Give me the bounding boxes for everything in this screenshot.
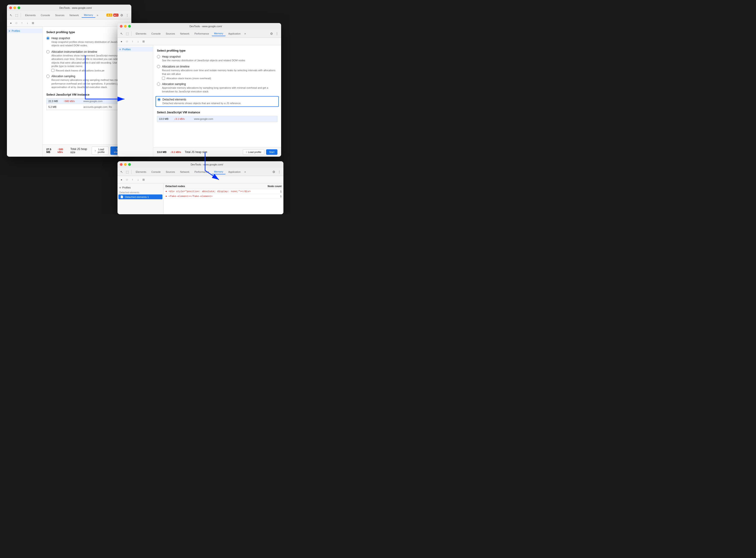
sidebar-2: ≡ Profiles (118, 45, 153, 157)
layers-icon-3[interactable]: ⊞ (142, 178, 146, 182)
radio-sampling-input-2[interactable] (157, 82, 160, 86)
vm-speed-2-1: ↓3.1 kB/s (174, 118, 190, 120)
more-tabs-icon-2[interactable]: » (243, 31, 247, 36)
stop-icon-3[interactable]: ⊘ (125, 178, 129, 182)
profiling-type-title-1: Select profiling type (46, 30, 128, 34)
tab-bar-2: Elements Console Sources Network Perform… (133, 31, 268, 36)
tab-elements-1[interactable]: Elements (23, 13, 38, 18)
radio-sampling-input-1[interactable] (46, 75, 50, 78)
inspect-icon-3[interactable]: ⬚ (125, 170, 129, 174)
inspect-icon-2[interactable]: ⬚ (125, 31, 129, 36)
node-code-2: ● <fake-element></fake-element> (166, 195, 213, 198)
alloc-stack-checkbox-2[interactable] (162, 77, 165, 80)
more-tabs-icon-1[interactable]: » (96, 13, 99, 17)
download-icon-3[interactable]: ↓ (136, 178, 140, 182)
tab-network-1[interactable]: Network (67, 13, 81, 18)
close-button-3[interactable] (120, 163, 123, 166)
layers-icon-2[interactable]: ⊞ (142, 40, 146, 44)
minimize-button-2[interactable] (124, 25, 127, 28)
tab-network-3[interactable]: Network (178, 170, 192, 174)
radio-allocations-timeline-2[interactable]: Allocations on timeline Record memory al… (157, 65, 277, 80)
sidebar-3: ≡ Profiles Detached elements 📄 Detached … (118, 183, 163, 214)
tab-memory-2[interactable]: Memory (212, 31, 226, 36)
sidebar-item-profiles-3[interactable]: ≡ Profiles (118, 185, 163, 190)
settings-icon-2[interactable] (269, 31, 274, 36)
radio-detached-elements-2[interactable]: Detached elements Detached elements show… (155, 96, 279, 107)
more-options-icon-1[interactable] (125, 13, 129, 18)
close-button-1[interactable] (9, 6, 12, 9)
stack-traces-checkbox-1[interactable] (51, 69, 54, 72)
inspect-icon[interactable]: ⬚ (14, 13, 19, 18)
minimize-button-3[interactable] (124, 163, 127, 166)
tab-sources-3[interactable]: Sources (163, 170, 177, 174)
radio-allocation-timeline-1[interactable]: Allocation instrumentation on timeline A… (46, 50, 128, 72)
radio-alloc-timeline-input-2[interactable] (157, 65, 160, 68)
main-content-2: Select profiling type Heap snapshot See … (153, 45, 281, 147)
minimize-button-1[interactable] (14, 6, 16, 9)
upload-icon-3[interactable]: ↑ (130, 178, 134, 182)
download-icon-2[interactable]: ↓ (136, 40, 140, 44)
layers-icon-1[interactable]: ⊞ (31, 21, 35, 25)
tab-sources-1[interactable]: Sources (53, 13, 67, 18)
sidebar-detached-elements-1[interactable]: 📄 Detached elements 1 (119, 195, 162, 199)
tab-elements-2[interactable]: Elements (133, 31, 149, 36)
tab-memory-1[interactable]: Memory (81, 13, 95, 18)
tab-console-2[interactable]: Console (149, 31, 163, 36)
tab-sources-2[interactable]: Sources (163, 31, 177, 36)
radio-heap-snapshot-2[interactable]: Heap snapshot See the memory distributio… (157, 55, 277, 62)
maximize-button-1[interactable] (18, 6, 20, 9)
sidebar-profiles-label-3: Profiles (122, 186, 131, 189)
settings-icon-3[interactable] (272, 170, 276, 174)
close-button-2[interactable] (120, 25, 123, 28)
upload-icon-1[interactable]: ↑ (20, 21, 24, 25)
tab-network-2[interactable]: Network (178, 31, 192, 36)
tab-application-3[interactable]: Application (226, 170, 243, 174)
tab-application-2[interactable]: Application (226, 31, 243, 36)
maximize-button-2[interactable] (128, 25, 131, 28)
load-profile-button-2[interactable]: ↑ Load profile (243, 149, 264, 155)
cursor-icon-2[interactable]: ↖ (119, 31, 124, 36)
radio-heap-snapshot-1[interactable]: Heap snapshot Heap snapshot profiles sho… (46, 36, 128, 48)
more-tabs-icon-3[interactable]: » (243, 170, 247, 174)
record-icon-1[interactable]: ● (9, 21, 13, 25)
stop-icon-1[interactable]: ⊘ (14, 21, 19, 25)
cursor-icon[interactable]: ↖ (9, 13, 14, 18)
checkbox-stack-traces-1[interactable]: Record stack traces of allocations (extr… (51, 69, 128, 72)
download-icon-1[interactable]: ↓ (25, 21, 29, 25)
radio-alloc-timeline-desc-2: Record memory allocations over time and … (162, 69, 277, 76)
tab-elements-3[interactable]: Elements (133, 170, 149, 174)
main-toolbar-2: ↖ ⬚ Elements Console Sources Network Per… (118, 29, 281, 38)
tab-performance-2[interactable]: Performance (192, 31, 211, 36)
tab-console-1[interactable]: Console (39, 13, 52, 18)
vm-row-1[interactable]: 22.3 MB ↑580 kB/s www.google.com (47, 98, 127, 104)
tab-performance-3[interactable]: Performance (192, 170, 211, 174)
record-icon-2[interactable]: ● (119, 40, 124, 44)
secondary-toolbar-1: ● ⊘ ↑ ↓ ⊞ (7, 19, 131, 27)
vm-row-2-1[interactable]: 13.0 MB ↓3.1 kB/s www.google.com (157, 116, 277, 122)
radio-heap-input-1[interactable] (46, 36, 50, 40)
cursor-icon-3[interactable]: ↖ (119, 170, 124, 174)
radio-allocation-sampling-2[interactable]: Allocation sampling Approximate memory a… (157, 82, 277, 93)
settings-icon-1[interactable] (119, 13, 124, 18)
radio-allocation-sampling-1[interactable]: Allocation sampling Record memory alloca… (46, 75, 128, 89)
vm-row-2[interactable]: 5.2 MB accounts.google.com: Ro (47, 104, 127, 110)
tab-console-3[interactable]: Console (149, 170, 163, 174)
radio-heap-input-2[interactable] (157, 55, 160, 58)
more-options-icon-2[interactable] (275, 31, 279, 36)
maximize-button-3[interactable] (128, 163, 131, 166)
start-button-2[interactable]: Start (266, 149, 277, 155)
more-options-icon-3[interactable] (277, 170, 282, 174)
radio-sampling-desc-2: Approximate memory allocations by sampli… (162, 86, 277, 93)
radio-detached-input-2[interactable] (157, 98, 160, 101)
checkbox-alloc-stack-2[interactable]: Allocation stack traces (more overhead) (162, 77, 277, 80)
upload-icon-2[interactable]: ↑ (130, 40, 134, 44)
main-toolbar-1: ↖ ⬚ Elements Console Sources Network Mem… (7, 11, 131, 19)
radio-alloc-input-1[interactable] (46, 50, 50, 53)
sidebar-item-profiles-2[interactable]: ≡ Profiles (118, 47, 153, 52)
stop-icon-2[interactable]: ⊘ (125, 40, 129, 44)
tab-memory-3[interactable]: Memory (212, 169, 226, 174)
record-icon-3[interactable]: ● (119, 178, 124, 182)
error-badge-1: ■ 1 (114, 14, 119, 17)
sidebar-item-profiles-1[interactable]: ≡ Profiles (7, 29, 43, 33)
load-profile-button-1[interactable]: ↑ Load profile (92, 147, 108, 155)
